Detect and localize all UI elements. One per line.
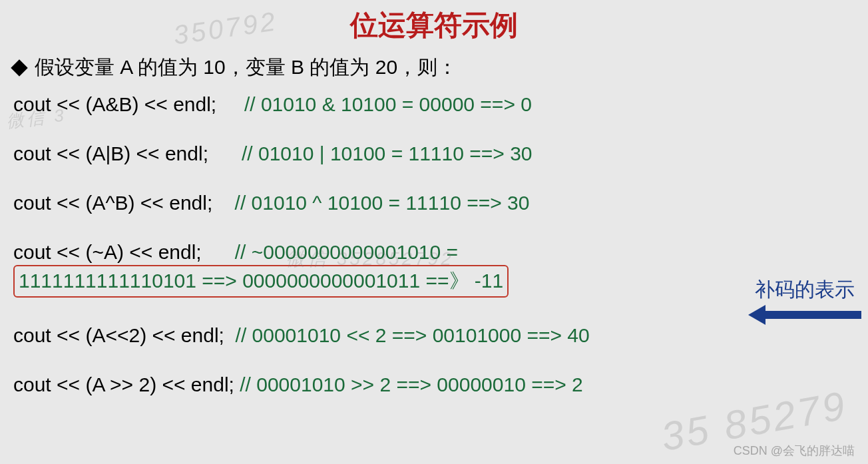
line-not: cout << (~A) << endl; // ~00000000000010…: [13, 241, 855, 264]
comment-or: // 01010 | 10100 = 11110 ==> 30: [242, 142, 533, 164]
code-or: cout << (A|B) << endl;: [13, 142, 208, 164]
boxed-result: 1111111111110101 ==> 0000000000001011 ==…: [13, 265, 509, 298]
page-title: 位运算符示例: [13, 7, 855, 44]
line-not-cont: 1111111111110101 ==> 0000000000001011 ==…: [13, 268, 855, 298]
diamond-bullet-icon: [11, 59, 27, 76]
line-and: cout << (A&B) << endl; // 01010 & 10100 …: [13, 93, 855, 116]
code-and: cout << (A&B) << endl;: [13, 93, 216, 115]
intro-line: 假设变量 A 的值为 10，变量 B 的值为 20，则：: [13, 54, 855, 81]
comment-xor: // 01010 ^ 10100 = 11110 ==> 30: [235, 192, 530, 214]
code-shl: cout << (A<<2) << endl;: [13, 324, 224, 346]
code-xor: cout << (A^B) << endl;: [13, 192, 212, 214]
annotation-label: 补码的表示: [755, 276, 855, 304]
line-shr: cout << (A >> 2) << endl; // 00001010 >>…: [13, 373, 855, 396]
comment-shl: // 00001010 << 2 ==> 00101000 ==> 40: [236, 324, 590, 346]
comment-shr: // 00001010 >> 2 ==> 00000010 ==> 2: [240, 373, 583, 395]
arrow-left-icon: [748, 305, 861, 324]
line-or: cout << (A|B) << endl; // 01010 | 10100 …: [13, 142, 855, 165]
code-shr: cout << (A >> 2) << endl;: [13, 373, 234, 395]
intro-text: 假设变量 A 的值为 10，变量 B 的值为 20，则：: [35, 54, 457, 81]
code-not: cout << (~A) << endl;: [13, 241, 202, 263]
comment-not: // ~0000000000001010 =: [235, 241, 458, 263]
line-shl: cout << (A<<2) << endl; // 00001010 << 2…: [13, 324, 855, 347]
csdn-credit: CSDN @会飞的胖达喵: [734, 443, 855, 459]
boxed-text: 1111111111110101 ==> 0000000000001011 ==…: [19, 270, 503, 292]
line-xor: cout << (A^B) << endl; // 01010 ^ 10100 …: [13, 192, 855, 214]
comment-and: // 01010 & 10100 = 00000 ==> 0: [244, 93, 532, 115]
annotation-group: 补码的表示: [748, 276, 861, 324]
